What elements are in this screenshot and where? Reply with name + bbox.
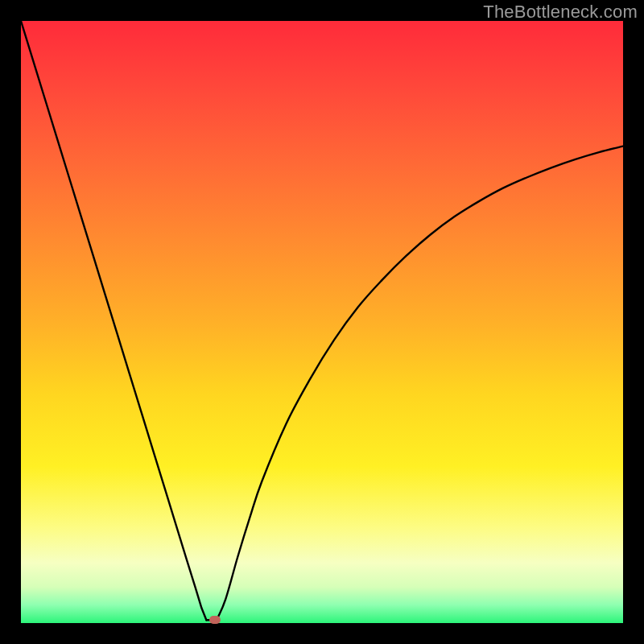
chart-frame: TheBottleneck.com xyxy=(0,0,644,644)
plot-area xyxy=(21,21,623,623)
bottleneck-curve xyxy=(21,21,623,623)
watermark-text: TheBottleneck.com xyxy=(483,2,638,23)
optimum-marker xyxy=(209,616,221,624)
